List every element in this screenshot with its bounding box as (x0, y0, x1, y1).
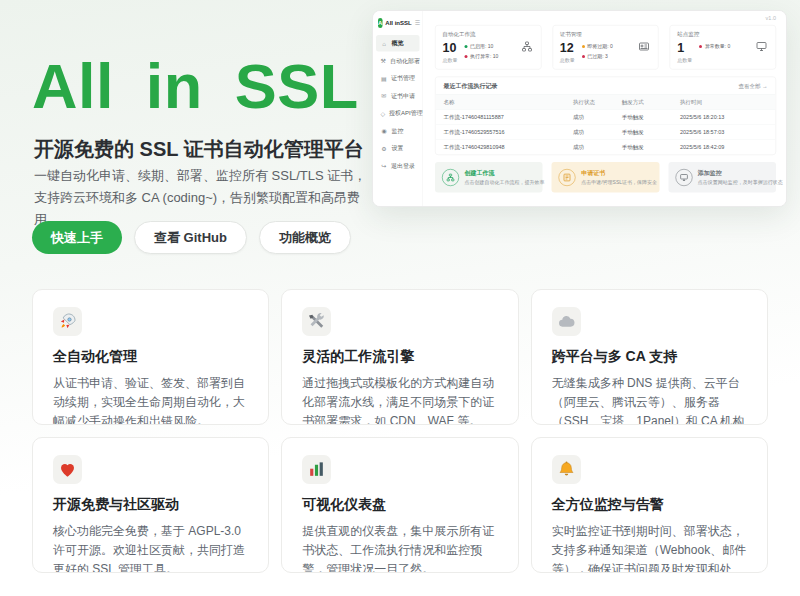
workflow-icon: ⚒ (381, 57, 386, 64)
feature-card-automation: 全自动化管理 从证书申请、验证、签发、部署到自动续期，实现全生命周期自动化，大幅… (32, 289, 269, 425)
stat-total-label: 总数量 (677, 57, 692, 64)
logout-icon: ↪ (381, 162, 388, 169)
stat-card-certificates: 证书管理 12 总数量 即将过期: 0 已过期: 3 (552, 25, 658, 70)
legend-abnormal: 异常数量: 0 (699, 43, 730, 50)
stat-card-monitors: 站点监控 1 总数量 异常数量: 0 (670, 25, 776, 70)
quick-action-title: 创建工作流 (465, 169, 545, 178)
sidebar-item-label: 证书申请 (391, 92, 415, 101)
quick-action-add-monitor: 添加监控 点击设置网站监控，及时掌握运行状态 (668, 162, 776, 193)
sidebar-item-deploy: ⚒ 自动化部署 (376, 53, 420, 70)
preview-sidebar: A All inSSL ☰ ⌂ 概览 ⚒ 自动化部署 ▤ 证书管理 ✉ 证书申请… (373, 11, 423, 207)
feature-title: 可视化仪表盘 (302, 496, 497, 514)
get-started-button[interactable]: 快速上手 (32, 221, 122, 254)
apply-icon: ✉ (381, 92, 388, 99)
github-button[interactable]: 查看 GitHub (134, 221, 247, 254)
stat-total-label: 总数量 (443, 57, 458, 64)
red-dot-icon (582, 55, 585, 58)
sidebar-item-label: 监控 (392, 127, 404, 136)
feature-desc: 实时监控证书到期时间、部署状态，支持多种通知渠道（Webhook、邮件等），确保… (552, 522, 747, 573)
table-row: 工作流-17460429810948 成功 手动触发 2025/5/6 18:4… (436, 140, 776, 155)
quick-action-create-workflow: 创建工作流 点击创建自动化工作流程，提升效率 (435, 162, 543, 193)
sidebar-item-label: 退出登录 (391, 162, 415, 171)
api-key-icon: ◇ (381, 110, 386, 117)
tools-icon (302, 307, 331, 336)
version-label: v1.0 (766, 15, 776, 21)
sidebar-item-label: 授权API管理 (389, 109, 423, 118)
table-row: 工作流-17460529557516 成功 手动触发 2025/5/6 18:5… (436, 125, 776, 140)
feature-title: 开源免费与社区驱动 (53, 496, 248, 514)
stat-card-workflows: 自动化工作流 10 总数量 已启用: 10 执行异常: 10 (435, 25, 541, 70)
gear-icon: ⚙ (381, 145, 388, 152)
sidebar-item-label: 设置 (392, 144, 404, 153)
preview-main: v1.0 自动化工作流 10 总数量 已启用: 10 执行异常: 10 (423, 11, 787, 207)
feature-title: 跨平台与多 CA 支持 (552, 348, 747, 366)
stat-value: 1 (677, 42, 692, 55)
quick-action-desc: 点击创建自动化工作流程，提升效率 (465, 179, 545, 186)
red-dot-icon (465, 55, 468, 58)
id-card-icon (638, 40, 650, 54)
feature-card-multi-ca: 跨平台与多 CA 支持 无缝集成多种 DNS 提供商、云平台（阿里云、腾讯云等）… (531, 289, 768, 425)
sidebar-collapse-icon: ☰ (415, 20, 420, 27)
sidebar-item-monitor: ◉ 监控 (376, 123, 420, 140)
stat-value: 12 (560, 42, 575, 55)
cloud-icon (552, 307, 581, 336)
red-dot-icon (699, 45, 702, 48)
orange-dot-icon (582, 45, 585, 48)
table-title: 最近工作流执行记录 (444, 82, 498, 91)
feature-card-open-source: 开源免费与社区驱动 核心功能完全免费，基于 AGPL-3.0 许可开源。欢迎社区… (32, 437, 269, 573)
certificate-icon (559, 169, 576, 186)
recent-workflow-table: 最近工作流执行记录 查看全部 → 名称 执行状态 触发方式 执行时间 工作流-1… (435, 77, 776, 156)
feature-card-alerting: 全方位监控与告警 实时监控证书到期时间、部署状态，支持多种通知渠道（Webhoo… (531, 437, 768, 573)
home-icon: ⌂ (381, 40, 388, 47)
feature-desc: 从证书申请、验证、签发、部署到自动续期，实现全生命周期自动化，大幅减少手动操作和… (53, 374, 248, 425)
feature-title: 灵活的工作流引擎 (302, 348, 497, 366)
quick-action-title: 申请证书 (581, 169, 657, 178)
table-header-row: 名称 执行状态 触发方式 执行时间 (436, 95, 776, 110)
quick-action-desc: 点击申请/管理SSL证书，保障安全 (581, 179, 657, 186)
stat-title: 站点监控 (677, 31, 768, 39)
page-title: All in SSL (32, 50, 359, 122)
sidebar-item-label: 自动化部署 (390, 57, 420, 66)
stat-cards: 自动化工作流 10 总数量 已启用: 10 执行异常: 10 (435, 25, 776, 70)
app-preview-screenshot: A All inSSL ☰ ⌂ 概览 ⚒ 自动化部署 ▤ 证书管理 ✉ 证书申请… (372, 10, 787, 207)
legend-expired: 已过期: 3 (582, 53, 613, 60)
stat-total-label: 总数量 (560, 57, 575, 64)
feature-card-dashboard: 可视化仪表盘 提供直观的仪表盘，集中展示所有证书状态、工作流执行情况和监控预警，… (281, 437, 518, 573)
table-row: 工作流-17460481115887 成功 手动触发 2025/5/6 18:2… (436, 110, 776, 125)
feature-title: 全自动化管理 (53, 348, 248, 366)
feature-desc: 核心功能完全免费，基于 AGPL-3.0 许可开源。欢迎社区贡献，共同打造更好的… (53, 522, 248, 573)
features-overview-button[interactable]: 功能概览 (259, 221, 351, 254)
stat-title: 自动化工作流 (443, 31, 534, 39)
sitemap-icon (521, 40, 533, 54)
brand-name: All inSSL (385, 20, 411, 27)
legend-exec-error: 执行异常: 10 (465, 53, 499, 60)
monitor-icon: ◉ (381, 127, 388, 134)
monitor-icon (756, 40, 768, 54)
quick-action-desc: 点击设置网站监控，及时掌握运行状态 (698, 179, 783, 186)
view-all-link: 查看全部 → (738, 82, 767, 90)
legend-expiring: 即将过期: 0 (582, 43, 613, 50)
sidebar-item-overview: ⌂ 概览 (376, 35, 420, 52)
preview-logo-row: A All inSSL ☰ (376, 15, 420, 34)
feature-desc: 无缝集成多种 DNS 提供商、云平台（阿里云、腾讯云等）、服务器（SSH、宝塔、… (552, 374, 747, 425)
sidebar-item-logout: ↪ 退出登录 (376, 158, 420, 175)
certificate-icon: ▤ (381, 75, 388, 82)
sidebar-item-settings: ⚙ 设置 (376, 140, 420, 157)
feature-card-workflow-engine: 灵活的工作流引擎 通过拖拽式或模板化的方式构建自动化部署流水线，满足不同场景下的… (281, 289, 518, 425)
stat-title: 证书管理 (560, 31, 651, 39)
green-dot-icon (465, 45, 468, 48)
sidebar-item-cert-apply: ✉ 证书申请 (376, 88, 420, 105)
page-subtitle: 开源免费的 SSL 证书自动化管理平台 (34, 136, 364, 163)
sidebar-item-api-auth: ◇ 授权API管理 (376, 105, 420, 122)
feature-title: 全方位监控与告警 (552, 496, 747, 514)
quick-action-title: 添加监控 (698, 169, 783, 178)
feature-desc: 通过拖拽式或模板化的方式构建自动化部署流水线，满足不同场景下的证书部署需求，如 … (302, 374, 497, 425)
hero-buttons: 快速上手 查看 GitHub 功能概览 (32, 221, 351, 254)
app-logo-icon: A (378, 18, 382, 28)
rocket-icon (53, 307, 82, 336)
sidebar-item-cert-manage: ▤ 证书管理 (376, 70, 420, 87)
workflow-icon (442, 169, 459, 186)
heart-icon (53, 455, 82, 484)
bell-icon (552, 455, 581, 484)
preview-topbar: v1.0 (435, 11, 776, 25)
